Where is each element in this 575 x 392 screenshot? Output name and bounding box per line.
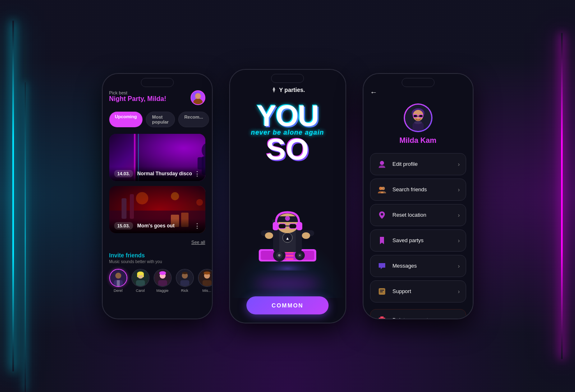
- friend-carol-avatar: [131, 269, 150, 287]
- night-party-title: Night Party, Milda!: [109, 95, 166, 103]
- svg-point-60: [302, 232, 310, 239]
- common-button[interactable]: COMMON: [246, 296, 329, 314]
- svg-rect-65: [278, 224, 286, 229]
- parties-logo: Y parties.: [270, 86, 305, 94]
- svg-point-1: [193, 99, 203, 104]
- svg-rect-66: [289, 224, 297, 229]
- event-card-2-overlay: 15.03. Mom's goes out ⋮: [109, 219, 205, 233]
- you-headline: YOU: [251, 103, 324, 129]
- phone-1-header: Pick best Night Party, Milda!: [109, 90, 205, 105]
- see-all-section: See all: [109, 238, 205, 245]
- turntable-glow: [255, 277, 320, 290]
- menu-chevron-messages: ›: [458, 263, 460, 269]
- phone-3-notch: [402, 78, 435, 87]
- menu-item-support[interactable]: Support ›: [370, 280, 466, 303]
- menu-item-saved-partys-left: Saved partys: [376, 235, 424, 246]
- svg-rect-12: [122, 198, 126, 219]
- svg-point-18: [196, 199, 203, 206]
- friend-rick-name: Rick: [181, 289, 189, 293]
- menu-item-saved-partys[interactable]: Saved partys ›: [370, 229, 466, 252]
- menu-chevron-saved-partys: ›: [458, 237, 460, 244]
- event-card-1[interactable]: 14.03. Normal Thursday disco ⋮: [109, 134, 205, 181]
- friend-derel-name: Derel: [114, 289, 123, 293]
- svg-rect-87: [380, 316, 384, 318]
- event-2-menu[interactable]: ⋮: [194, 222, 200, 230]
- svg-rect-70: [273, 222, 278, 230]
- event-card-2[interactable]: 15.03. Mom's goes out ⋮: [109, 186, 205, 233]
- phone-3: ←: [363, 73, 474, 319]
- svg-point-64: [285, 216, 290, 221]
- menu-item-messages[interactable]: Messages ›: [370, 255, 466, 277]
- menu-item-delete-account[interactable]: Delete account ›: [370, 309, 466, 319]
- friend-derel-icon: [110, 270, 126, 286]
- menu-item-reset-location[interactable]: Reset location ›: [370, 204, 466, 226]
- invite-title-white: Invite: [109, 252, 124, 259]
- delete-account-icon: [376, 314, 388, 319]
- phone-2-content: Y parties. YOU never be alone again SO: [230, 70, 345, 323]
- you-so-text-block: YOU never be alone again SO: [251, 103, 324, 163]
- user-avatar[interactable]: [191, 90, 205, 105]
- title-section: Pick best Night Party, Milda!: [109, 90, 166, 103]
- so-headline: SO: [251, 136, 324, 163]
- reset-location-icon: [376, 209, 388, 221]
- svg-point-59: [265, 232, 273, 239]
- title-white: Night Party,: [109, 95, 146, 102]
- svg-rect-86: [380, 291, 383, 292]
- menu-item-edit-profile-left: Edit profile: [376, 158, 418, 170]
- menu-item-edit-profile[interactable]: Edit profile ›: [370, 153, 466, 175]
- friend-misc[interactable]: Mis...: [198, 269, 212, 293]
- menu-label-search-friends: Search friends: [393, 186, 427, 193]
- svg-text:▲: ▲: [285, 236, 290, 241]
- menu-item-reset-location-left: Reset location: [376, 209, 426, 221]
- svg-point-79: [414, 121, 422, 124]
- phone-2: Y parties. YOU never be alone again SO: [229, 69, 346, 323]
- title-pink: Milda!: [145, 95, 166, 102]
- friend-maggie-name: Maggie: [156, 289, 169, 293]
- menu-label-reset-location: Reset location: [393, 212, 426, 218]
- profile-name: Milda Kam: [399, 136, 436, 145]
- friend-maggie[interactable]: Maggie: [154, 269, 172, 293]
- menu-label-saved-partys: Saved partys: [393, 237, 424, 243]
- tab-most-popular[interactable]: Most popular: [146, 112, 175, 127]
- friend-misc-icon: [199, 270, 212, 286]
- profile-avatar-svg: [405, 105, 431, 131]
- svg-point-32: [159, 271, 166, 275]
- event-1-menu[interactable]: ⋮: [194, 170, 200, 178]
- invite-title: Invite friends: [109, 252, 205, 259]
- svg-point-16: [136, 192, 148, 204]
- friend-carol[interactable]: Carol: [131, 269, 150, 293]
- menu-label-support: Support: [393, 288, 412, 294]
- neon-bar-right: [561, 33, 563, 359]
- svg-rect-25: [136, 280, 145, 286]
- menu-label-delete-account: Delete account: [393, 317, 428, 319]
- tab-recommended[interactable]: Recom...: [178, 112, 209, 127]
- neon-bar-left: [12, 21, 14, 371]
- svg-rect-85: [380, 290, 384, 291]
- friend-rick[interactable]: Rick: [176, 269, 194, 293]
- svg-point-40: [203, 271, 210, 274]
- menu-item-search-friends-left: Search friends: [376, 184, 427, 195]
- menu-item-search-friends[interactable]: Search friends ›: [370, 179, 466, 201]
- tab-upcoming[interactable]: Upcoming: [109, 112, 143, 127]
- svg-point-2: [195, 93, 201, 99]
- profile-name-pink: Kam: [419, 136, 437, 144]
- svg-rect-31: [158, 280, 167, 286]
- svg-point-17: [171, 192, 179, 200]
- phone-1: Pick best Night Party, Milda! Upcoming M…: [102, 73, 213, 319]
- friend-derel[interactable]: Derel: [109, 269, 127, 293]
- svg-rect-76: [419, 115, 423, 117]
- support-icon: [376, 286, 388, 297]
- back-button[interactable]: ←: [370, 88, 466, 97]
- event-2-name: Mom's goes out: [137, 223, 193, 229]
- friend-carol-icon: [132, 270, 149, 286]
- invite-subtitle: Music sounds better with you: [109, 259, 205, 264]
- profile-name-white: Milda: [399, 136, 418, 144]
- menu-chevron-edit-profile: ›: [458, 161, 460, 167]
- svg-rect-13: [130, 194, 134, 219]
- menu-chevron-search-friends: ›: [458, 186, 460, 193]
- friend-rick-icon: [177, 270, 193, 286]
- svg-point-46: [278, 254, 281, 257]
- menu-item-messages-left: Messages: [376, 260, 417, 272]
- svg-point-20: [115, 273, 121, 279]
- see-all-link[interactable]: See all: [191, 240, 205, 245]
